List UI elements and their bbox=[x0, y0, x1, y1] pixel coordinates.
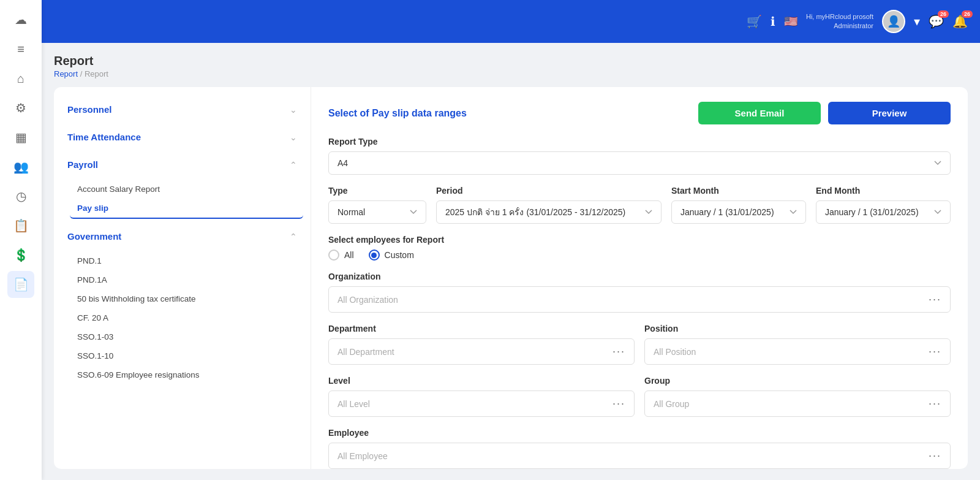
pnd1a-item[interactable]: PND.1A bbox=[70, 270, 303, 289]
left-nav-panel: Personnel ⌄ Time Attendance ⌄ Payroll ⌃ bbox=[54, 87, 311, 469]
employee-placeholder: All Employee bbox=[337, 451, 388, 461]
dropdown-icon[interactable]: ▾ bbox=[914, 14, 920, 29]
level-dots[interactable]: ··· bbox=[612, 397, 625, 410]
time-attendance-title: Time Attendance bbox=[67, 132, 141, 142]
level-input[interactable]: All Level ··· bbox=[328, 390, 635, 417]
sidebar-people-icon[interactable]: 👥 bbox=[7, 153, 34, 180]
sidebar-document-icon[interactable]: 📄 bbox=[7, 271, 34, 298]
panel-title: Select of Pay slip data ranges bbox=[328, 108, 467, 119]
payroll-section-header[interactable]: Payroll ⌃ bbox=[61, 152, 303, 177]
department-col: Department All Department ··· bbox=[328, 324, 635, 365]
account-salary-report-item[interactable]: Account Salary Report bbox=[70, 180, 303, 199]
personnel-title: Personnel bbox=[67, 104, 112, 115]
greeting-text: Hi, myHRcloud prosoft bbox=[806, 12, 873, 21]
level-label: Level bbox=[328, 376, 635, 386]
page-header: Report Report / Report bbox=[54, 54, 968, 78]
employee-input[interactable]: All Employee ··· bbox=[328, 443, 951, 469]
breadcrumb-parent[interactable]: Report bbox=[54, 69, 78, 78]
start-month-select[interactable]: January / 1 (31/01/2025) bbox=[671, 200, 806, 224]
main-card: Personnel ⌄ Time Attendance ⌄ Payroll ⌃ bbox=[54, 87, 968, 469]
radio-custom-label: Custom bbox=[385, 250, 414, 260]
group-label: Group bbox=[644, 376, 951, 386]
pnd1-item[interactable]: PND.1 bbox=[70, 251, 303, 270]
radio-all-option[interactable]: All bbox=[328, 250, 354, 261]
group-col: Group All Group ··· bbox=[644, 376, 951, 417]
report-type-select[interactable]: A4 bbox=[328, 151, 951, 175]
right-content-panel: Select of Pay slip data ranges Send Emai… bbox=[311, 87, 968, 469]
sidebar-menu-icon[interactable]: ≡ bbox=[7, 36, 34, 63]
flag-icon[interactable]: 🇺🇸 bbox=[784, 15, 797, 28]
sidebar-money-icon[interactable]: 💲 bbox=[7, 242, 34, 269]
sidebar-grid-icon[interactable]: ▦ bbox=[7, 124, 34, 151]
personnel-chevron: ⌄ bbox=[290, 105, 297, 115]
payroll-title: Payroll bbox=[67, 159, 98, 170]
employee-label: Employee bbox=[328, 428, 951, 438]
position-col: Position All Position ··· bbox=[644, 324, 951, 365]
radio-custom-circle bbox=[369, 250, 380, 261]
time-attendance-chevron: ⌄ bbox=[290, 132, 297, 142]
topbar: 🛒 ℹ 🇺🇸 Hi, myHRcloud prosoft Administrat… bbox=[0, 0, 980, 43]
notifications-icon[interactable]: 🔔 26 bbox=[952, 14, 968, 29]
organization-input[interactable]: All Organization ··· bbox=[328, 286, 951, 313]
department-dots[interactable]: ··· bbox=[612, 345, 625, 358]
group-dots[interactable]: ··· bbox=[929, 397, 941, 410]
department-input[interactable]: All Department ··· bbox=[328, 338, 635, 365]
type-label: Type bbox=[328, 186, 426, 196]
department-placeholder: All Department bbox=[337, 347, 394, 357]
nav-section-personnel: Personnel ⌄ bbox=[54, 97, 311, 122]
sidebar-settings-icon[interactable]: ⚙ bbox=[7, 94, 34, 121]
position-input[interactable]: All Position ··· bbox=[644, 338, 951, 365]
payroll-sub-items: Account Salary Report Pay slip bbox=[61, 177, 303, 221]
period-col: Period 2025 ปกติ จ่าย 1 ครั้ง (31/01/202… bbox=[436, 186, 662, 224]
type-col: Type Normal Special bbox=[328, 186, 426, 224]
select-employees-section: Select employees for Report All Custom bbox=[328, 235, 951, 261]
sso110-item[interactable]: SSO.1-10 bbox=[70, 346, 303, 365]
group-placeholder: All Group bbox=[654, 399, 689, 409]
organization-placeholder: All Organization bbox=[337, 295, 398, 305]
send-email-button[interactable]: Send Email bbox=[698, 102, 821, 124]
sidebar-clipboard-icon[interactable]: 📋 bbox=[7, 212, 34, 239]
messages-icon[interactable]: 💬 26 bbox=[929, 14, 944, 29]
cf20a-item[interactable]: CF. 20 A bbox=[70, 308, 303, 327]
group-input[interactable]: All Group ··· bbox=[644, 390, 951, 417]
page-title: Report bbox=[54, 54, 968, 68]
panel-header: Select of Pay slip data ranges Send Emai… bbox=[328, 102, 951, 124]
breadcrumb-current: Report bbox=[85, 69, 108, 78]
end-month-label: End Month bbox=[816, 186, 951, 196]
employee-dots[interactable]: ··· bbox=[929, 449, 941, 462]
header-actions: Send Email Preview bbox=[698, 102, 951, 124]
sidebar-clock-icon[interactable]: ◷ bbox=[7, 183, 34, 210]
type-period-row: Type Normal Special Period 2025 ปกติ จ่า… bbox=[328, 186, 951, 224]
sidebar-home-icon[interactable]: ⌂ bbox=[7, 65, 34, 92]
organization-dots[interactable]: ··· bbox=[929, 293, 941, 306]
sso103-item[interactable]: SSO.1-03 bbox=[70, 327, 303, 346]
radio-group: All Custom bbox=[328, 250, 951, 261]
personnel-section-header[interactable]: Personnel ⌄ bbox=[61, 97, 303, 122]
position-dots[interactable]: ··· bbox=[929, 345, 941, 358]
period-label: Period bbox=[436, 186, 662, 196]
department-label: Department bbox=[328, 324, 635, 333]
radio-all-label: All bbox=[344, 250, 354, 260]
period-select[interactable]: 2025 ปกติ จ่าย 1 ครั้ง (31/01/2025 - 31/… bbox=[436, 200, 662, 224]
sidebar-cloud-icon[interactable]: ☁ bbox=[7, 6, 34, 33]
government-section-header[interactable]: Government ⌃ bbox=[61, 224, 303, 249]
dept-position-row: Department All Department ··· Position A… bbox=[328, 324, 951, 365]
nav-section-government: Government ⌃ PND.1 PND.1A 50 bis Withhol… bbox=[54, 224, 311, 387]
cart-icon[interactable]: 🛒 bbox=[747, 14, 762, 29]
sidebar: ☁ ≡ ⌂ ⚙ ▦ 👥 ◷ 📋 💲 📄 bbox=[0, 0, 42, 480]
type-select[interactable]: Normal Special bbox=[328, 200, 426, 224]
avatar[interactable]: 👤 bbox=[882, 10, 905, 33]
sso609-item[interactable]: SSO.6-09 Employee resignations bbox=[70, 365, 303, 384]
preview-button[interactable]: Preview bbox=[828, 102, 951, 124]
info-icon[interactable]: ℹ bbox=[771, 14, 775, 29]
notifications-badge: 26 bbox=[962, 10, 973, 18]
level-col: Level All Level ··· bbox=[328, 376, 635, 417]
end-month-select[interactable]: January / 1 (31/01/2025) bbox=[816, 200, 951, 224]
breadcrumb: Report / Report bbox=[54, 69, 968, 78]
pay-slip-item[interactable]: Pay slip bbox=[70, 199, 303, 219]
end-month-col: End Month January / 1 (31/01/2025) bbox=[816, 186, 951, 224]
time-attendance-section-header[interactable]: Time Attendance ⌄ bbox=[61, 124, 303, 150]
50bis-item[interactable]: 50 bis Withholding tax certificate bbox=[70, 289, 303, 308]
radio-custom-option[interactable]: Custom bbox=[369, 250, 414, 261]
start-month-col: Start Month January / 1 (31/01/2025) bbox=[671, 186, 806, 224]
